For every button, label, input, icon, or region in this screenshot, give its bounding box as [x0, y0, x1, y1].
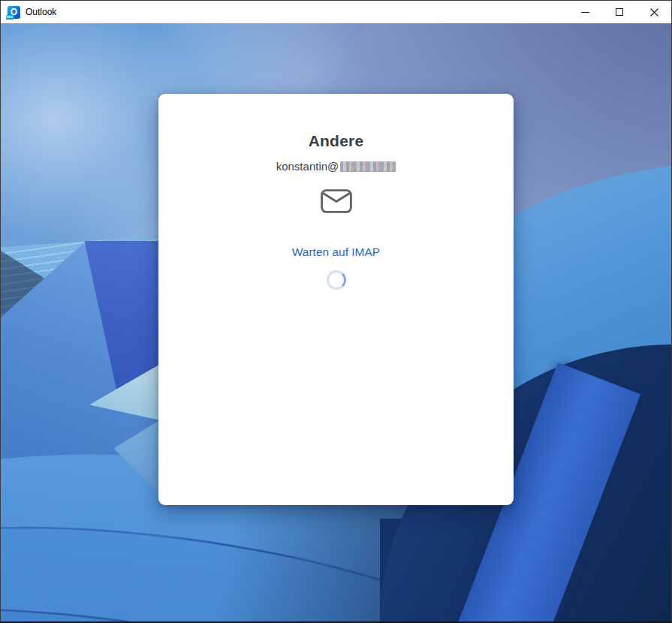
- account-setup-dialog: Andere konstantin@ Warten auf IMAP: [158, 94, 514, 505]
- mail-icon-container: [321, 188, 352, 214]
- minimize-button[interactable]: [568, 1, 602, 23]
- close-icon: [650, 8, 658, 17]
- envelope-icon: [321, 189, 352, 213]
- email-domain-redacted: [340, 161, 396, 172]
- loading-spinner-icon: [327, 270, 346, 290]
- window-controls: [568, 1, 671, 23]
- email-prefix-text: konstantin@: [276, 160, 339, 173]
- outlook-logo-icon: O NEU: [8, 6, 20, 19]
- dialog-heading: Andere: [309, 132, 364, 150]
- window-title: Outlook: [26, 7, 56, 17]
- outlook-window: O NEU Outlook: [0, 0, 672, 623]
- account-email: konstantin@: [276, 160, 396, 173]
- titlebar: O NEU Outlook: [1, 1, 671, 23]
- minimize-icon: [581, 12, 589, 13]
- close-button[interactable]: [637, 1, 671, 23]
- maximize-icon: [616, 8, 623, 16]
- maximize-button[interactable]: [602, 1, 637, 23]
- outlook-logo-new-badge: NEU: [6, 15, 14, 20]
- status-text: Warten auf IMAP: [292, 245, 380, 259]
